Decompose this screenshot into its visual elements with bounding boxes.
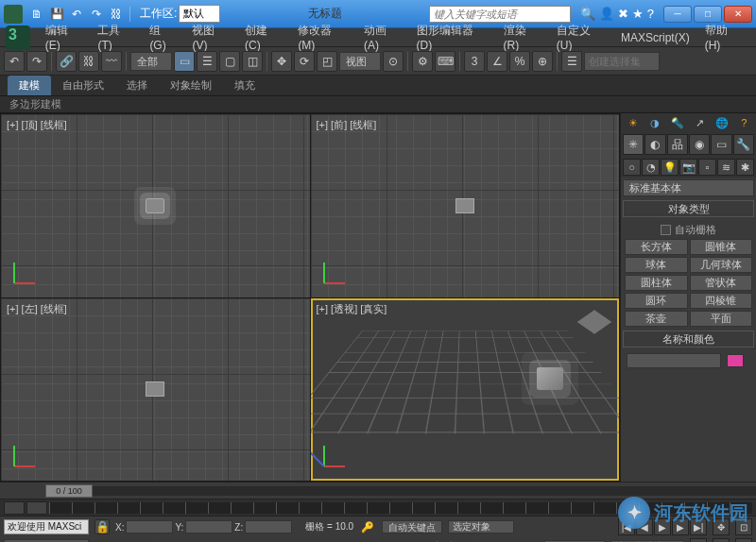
manipulate-button[interactable]: ⚙	[412, 51, 433, 72]
time-slider-thumb[interactable]: 0 / 100	[45, 484, 93, 498]
menu-grapheditors[interactable]: 图形编辑器(D)	[409, 21, 496, 54]
utilities-tab[interactable]: 🔧	[733, 134, 754, 155]
viewport-nav2[interactable]: ⊡	[735, 518, 752, 535]
lock-selection-icon[interactable]: 🔒	[94, 519, 110, 534]
redo-button[interactable]: ↷	[26, 51, 47, 72]
goto-end-button[interactable]: ▶|	[690, 518, 707, 535]
viewport-front[interactable]: [+] [前] [线框]	[311, 114, 620, 297]
undo-icon[interactable]: ↶	[68, 6, 85, 23]
menu-modifiers[interactable]: 修改器(M)	[290, 21, 356, 54]
window-crossing-button[interactable]: ◫	[242, 51, 263, 72]
exchange-icon[interactable]: ✖	[618, 7, 628, 21]
spinner-snap-button[interactable]: ⊕	[532, 51, 553, 72]
globe-icon[interactable]: 🌐	[714, 115, 730, 130]
menu-tools[interactable]: 工具(T)	[90, 21, 142, 54]
help-icon[interactable]: ?	[647, 7, 654, 21]
viewport-nav3[interactable]: ◰	[713, 538, 730, 542]
menu-help[interactable]: 帮助(H)	[697, 21, 750, 54]
sphere-button[interactable]: 球体	[625, 257, 688, 273]
select-move-button[interactable]: ✥	[271, 51, 292, 72]
signin-icon[interactable]: 👤	[599, 7, 614, 21]
goto-start-button[interactable]: |◀	[618, 518, 635, 535]
play-button[interactable]: ▶	[654, 518, 671, 535]
viewport-nav4[interactable]: ⊞	[735, 538, 752, 542]
object-box[interactable]	[146, 381, 164, 397]
viewport-label[interactable]: [+] [前] [线框]	[317, 118, 377, 132]
minimize-button[interactable]: ─	[663, 6, 692, 23]
prev-frame-button[interactable]: ◀	[636, 518, 653, 535]
menu-customize[interactable]: 自定义(U)	[549, 21, 613, 54]
percent-snap-button[interactable]: %	[509, 51, 530, 72]
search-icon[interactable]: 🔍	[580, 7, 595, 21]
helpers-subtab[interactable]: ▫	[698, 159, 716, 176]
redo-icon[interactable]: ↷	[88, 6, 105, 23]
menu-maxscript[interactable]: MAXScript(X)	[613, 29, 697, 46]
favorites-icon[interactable]: ★	[632, 7, 644, 21]
tube-button[interactable]: 管状体	[690, 275, 753, 291]
close-button[interactable]: ✕	[724, 6, 752, 23]
tab-selection[interactable]: 选择	[115, 76, 159, 95]
sun-icon[interactable]: ☀	[626, 115, 641, 130]
tab-populate[interactable]: 填充	[223, 76, 266, 95]
application-menu-button[interactable]	[6, 25, 30, 50]
viewport-perspective[interactable]: [+] [透视] [真实]	[311, 298, 620, 482]
menu-edit[interactable]: 编辑(E)	[38, 21, 91, 54]
viewport-label[interactable]: [+] [顶] [线框]	[7, 118, 67, 132]
snap-toggle-button[interactable]: 3	[464, 51, 485, 72]
viewcube[interactable]	[576, 304, 613, 342]
motion-tab[interactable]: ◉	[689, 134, 710, 155]
teapot-button[interactable]: 茶壶	[625, 311, 688, 327]
save-icon[interactable]: 💾	[48, 6, 65, 23]
viewport-label[interactable]: [+] [左] [线框]	[7, 302, 67, 316]
torus-button[interactable]: 圆环	[625, 293, 688, 309]
box-button[interactable]: 长方体	[625, 239, 688, 255]
help-panel-icon[interactable]: ?	[736, 115, 751, 130]
trackbar-ruler[interactable]	[49, 502, 752, 514]
edit-named-sel-button[interactable]: ☰	[561, 51, 582, 72]
link-button[interactable]: 🔗	[56, 51, 77, 72]
arrow-icon[interactable]: ↗	[692, 115, 707, 130]
link-icon[interactable]: ⛓	[108, 6, 125, 23]
selected-filter[interactable]: 选定对象	[448, 520, 514, 534]
rollout-namecolor-header[interactable]: 名称和颜色	[623, 330, 754, 347]
time-config-button[interactable]: ⏱	[690, 538, 707, 542]
checkbox-icon[interactable]	[661, 225, 671, 235]
menu-group[interactable]: 组(G)	[142, 21, 184, 54]
z-input[interactable]	[245, 520, 292, 534]
autogrid-checkbox[interactable]: 自动栅格	[625, 221, 752, 239]
undo-button[interactable]: ↶	[4, 51, 25, 72]
lights-subtab[interactable]: 💡	[661, 159, 679, 176]
next-frame-button[interactable]: ▶	[672, 518, 689, 535]
pyramid-button[interactable]: 四棱锥	[690, 293, 753, 309]
modify-tab[interactable]: ◐	[644, 134, 665, 155]
named-selection-input[interactable]	[584, 52, 660, 71]
time-track[interactable]	[45, 486, 756, 496]
time-slider[interactable]: 0 / 100	[0, 482, 756, 499]
autokey-button[interactable]: 自动关键点	[382, 520, 442, 534]
refcoord-dropdown[interactable]: 视图	[339, 52, 381, 71]
y-input[interactable]	[185, 520, 232, 534]
maxscript-listener[interactable]: 欢迎使用 MAXSci	[4, 519, 89, 534]
select-scale-button[interactable]: ◰	[317, 51, 337, 72]
angle-snap-button[interactable]: ∠	[487, 51, 507, 72]
rainbow-icon[interactable]: ◑	[647, 115, 662, 130]
display-tab[interactable]: ▭	[711, 134, 731, 155]
spacewarps-subtab[interactable]: ≋	[717, 159, 735, 176]
tab-objectpaint[interactable]: 对象绘制	[159, 76, 223, 95]
object-color-swatch[interactable]	[727, 354, 744, 367]
select-by-name-button[interactable]: ☰	[197, 51, 217, 72]
use-pivot-button[interactable]: ⊙	[383, 51, 404, 72]
plane-button[interactable]: 平面	[690, 311, 753, 327]
new-icon[interactable]: 🗎	[28, 6, 45, 23]
geosphere-button[interactable]: 几何球体	[690, 257, 753, 273]
cone-button[interactable]: 圆锥体	[690, 239, 753, 255]
keyboard-shortcut-button[interactable]: ⌨	[435, 51, 455, 72]
viewport-top[interactable]: [+] [顶] [线框]	[1, 114, 310, 297]
object-box[interactable]	[537, 367, 563, 390]
select-object-button[interactable]: ▭	[174, 51, 195, 72]
cameras-subtab[interactable]: 📷	[679, 159, 697, 176]
tab-modeling[interactable]: 建模	[8, 76, 51, 95]
create-tab[interactable]: ✳	[623, 134, 644, 155]
app-icon[interactable]	[4, 5, 23, 24]
menu-create[interactable]: 创建(C)	[237, 21, 290, 54]
